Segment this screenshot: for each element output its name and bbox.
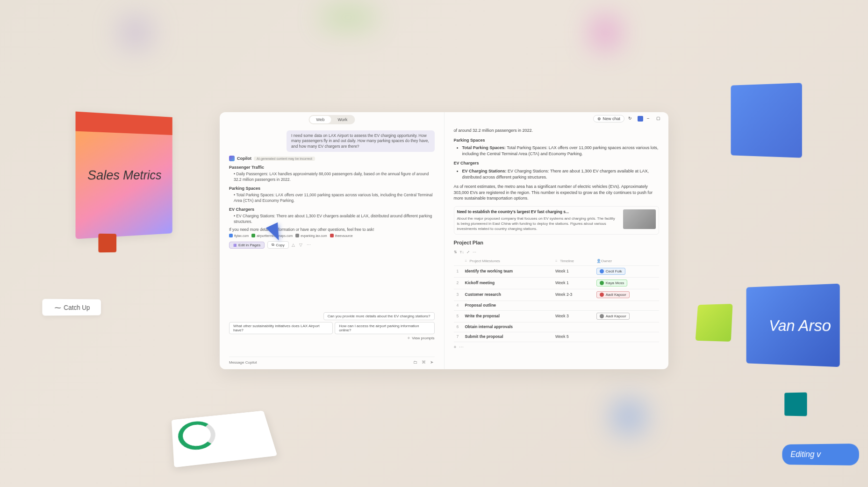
maximize-icon[interactable]: ▢: [656, 116, 662, 122]
suggestions: Can you provide more details about the E…: [229, 312, 435, 340]
top-tabs: Web Work: [308, 115, 355, 124]
cursor-pointer-icon: [266, 222, 285, 243]
cell-timeline[interactable]: [552, 301, 594, 311]
avatar: [600, 293, 604, 297]
cell-timeline[interactable]: Week 3: [552, 311, 594, 322]
catchup-label: Catch Up: [64, 303, 90, 311]
table-row[interactable]: 4Proposal outline: [454, 301, 660, 311]
bullet-passenger: Daily Passengers: LAX handles approximat…: [234, 172, 435, 182]
intro-line: of around 32.2 million passengers in 202…: [454, 128, 660, 134]
section-passenger: Passenger Traffic: [229, 165, 435, 170]
editing-label: Editing v: [790, 450, 821, 459]
table-row[interactable]: 7Submit the proposalWeek 5: [454, 332, 660, 342]
action-row: ▦ Edit in Pages ⧉ Copy △ ▽ ⋯: [229, 241, 435, 249]
cell-milestone[interactable]: Identify the working team: [462, 266, 552, 278]
tool-more[interactable]: ⋯: [473, 250, 476, 255]
cell-owner[interactable]: [594, 332, 659, 342]
cell-timeline[interactable]: Week 5: [552, 332, 594, 342]
owner-col-icon: 👤: [596, 258, 600, 262]
suggestion-2[interactable]: What other sustainability initiatives do…: [229, 322, 333, 334]
user-message: I need some data on LAX Airport to asses…: [287, 130, 434, 152]
cell-owner[interactable]: Aadi Kapoor: [594, 311, 659, 322]
ref-1[interactable]: flylax.com: [229, 234, 249, 237]
avatar: [600, 314, 604, 318]
cell-milestone[interactable]: Submit the proposal: [462, 332, 552, 342]
history-icon[interactable]: ↻: [628, 116, 634, 122]
tool-3[interactable]: ⤢: [466, 250, 470, 255]
milestone-col-icon: ≡: [465, 258, 469, 262]
timeline-col-icon: ≡: [555, 258, 559, 262]
tab-work[interactable]: Work: [331, 116, 354, 123]
minimize-icon[interactable]: –: [647, 116, 653, 122]
reference-card[interactable]: Need to establish the country's largest …: [454, 206, 660, 235]
cell-owner[interactable]: [594, 322, 659, 332]
photo-tile-2: Van Arso: [746, 284, 840, 367]
cell-timeline[interactable]: [552, 322, 594, 332]
new-chat-button[interactable]: ⊕ New chat: [593, 115, 624, 122]
edit-in-pages-button[interactable]: ▦ Edit in Pages: [229, 242, 265, 249]
chat-pane: Web Work I need some data on LAX Airport…: [220, 112, 445, 369]
cell-milestone[interactable]: Kickoff meeting: [462, 278, 552, 289]
dislike-icon[interactable]: ▽: [299, 243, 304, 247]
avatar: [600, 269, 604, 273]
copy-button[interactable]: ⧉ Copy: [267, 241, 289, 249]
bg-blur: [122, 19, 150, 47]
message-input[interactable]: [229, 360, 413, 365]
cell-milestone[interactable]: Proposal outline: [462, 301, 552, 311]
more-icon[interactable]: ⋯: [307, 243, 311, 247]
van-arso-label: Van Arso: [769, 316, 831, 335]
bullet-ev: EV Charging Stations: There are about 1,…: [234, 214, 435, 224]
view-prompts-link[interactable]: ✧ View prompts: [407, 336, 434, 340]
cubes-tile: [696, 304, 733, 342]
cell-milestone[interactable]: Write the proposal: [462, 311, 552, 322]
send-icon[interactable]: ➤: [430, 360, 435, 365]
suggestion-3[interactable]: How can I access the airport parking inf…: [335, 322, 434, 334]
tile-header: [76, 112, 172, 135]
attach-icon[interactable]: 🗀: [413, 360, 418, 365]
suggestion-1[interactable]: Can you provide more details about the E…: [323, 312, 435, 320]
page-body: of around 32.2 million passengers in 202…: [454, 128, 660, 352]
bg-blur: [323, 9, 374, 26]
app-icon[interactable]: [638, 116, 643, 122]
cell-owner[interactable]: [594, 301, 659, 311]
ref-3[interactable]: evparking.lax.com: [295, 234, 327, 237]
copy-icon: ⧉: [272, 243, 274, 247]
cell-timeline[interactable]: Week 1: [552, 278, 594, 289]
bullet-parking: Total Parking Spaces: LAX offers over 11…: [234, 193, 435, 203]
cell-milestone[interactable]: Customer research: [462, 289, 552, 301]
sales-label: Sales Metrics: [87, 167, 161, 183]
more-rows-icon[interactable]: ⋯: [459, 344, 464, 351]
table-row[interactable]: 5Write the proposalWeek 3Aadi Kapoor: [454, 311, 660, 322]
r-ev-b: EV Charging Stations: EV Charging Statio…: [462, 168, 660, 180]
cell-timeline[interactable]: Week 2-3: [552, 289, 594, 301]
table-row[interactable]: 6Obtain internal approvals: [454, 322, 660, 332]
tool-1[interactable]: ⇅: [454, 250, 457, 255]
cell-milestone[interactable]: Obtain internal approvals: [462, 322, 552, 332]
add-row-icon[interactable]: +: [454, 344, 457, 351]
cell-owner[interactable]: Cecil Folk: [594, 266, 659, 278]
cell-owner[interactable]: Aadi Kapoor: [594, 289, 659, 301]
cell-timeline[interactable]: Week 1: [552, 266, 594, 278]
ref-4[interactable]: theevsource: [330, 234, 353, 237]
card-thumbnail: [623, 209, 656, 229]
cell-owner[interactable]: Kaya Moss: [594, 278, 659, 289]
row-num: 2: [454, 278, 462, 289]
table-row[interactable]: 3Customer researchWeek 2-3Aadi Kapoor: [454, 289, 660, 301]
sway-icon: [784, 393, 807, 416]
sparkle-icon: ✧: [407, 336, 410, 340]
mic-icon[interactable]: ⌘: [422, 360, 426, 365]
pages-pane: ⊕ New chat ↻ – ▢ of around 32.2 million …: [445, 112, 669, 369]
table-row[interactable]: 2Kickoff meetingWeek 1Kaya Moss: [454, 278, 660, 289]
r-ev-h: EV Chargers: [454, 160, 660, 166]
plus-icon: ⊕: [597, 116, 601, 121]
card-body: About the major proposed company that fo…: [457, 216, 615, 231]
tab-web[interactable]: Web: [309, 116, 331, 123]
project-plan-title: Project Plan: [454, 239, 660, 246]
table-row[interactable]: 1Identify the working teamWeek 1Cecil Fo…: [454, 266, 660, 278]
like-icon[interactable]: △: [292, 243, 296, 247]
pages-icon: ▦: [233, 243, 237, 247]
r-parking-b: Total Parking Spaces: Total Parking Spac…: [462, 145, 660, 157]
tool-2[interactable]: T↓: [460, 250, 464, 255]
copilot-name: Copilot: [237, 156, 251, 161]
r-parking-h: Parking Spaces: [454, 137, 660, 143]
